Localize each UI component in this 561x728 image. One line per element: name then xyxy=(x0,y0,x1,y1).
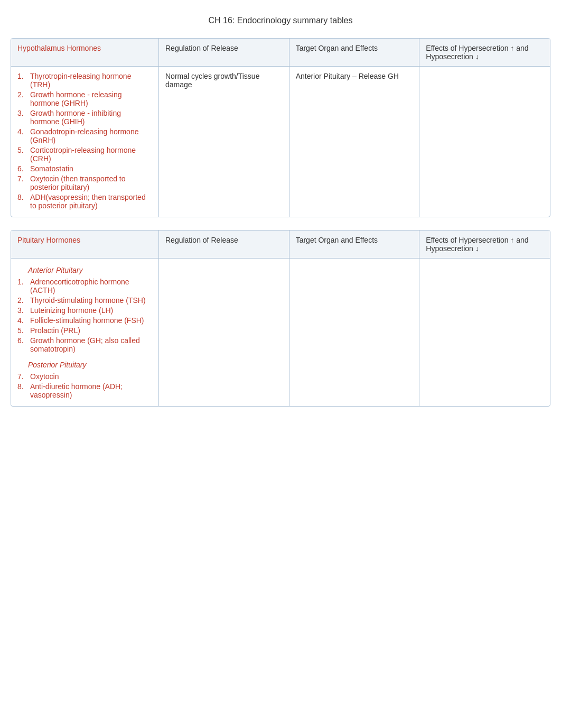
table2-body: Anterior Pituitary 1.Adrenocorticotrophi… xyxy=(11,259,550,406)
list-item-text: Prolactin (PRL) xyxy=(30,326,80,335)
table1-target-cell: Anterior Pituitary – Release GH xyxy=(289,67,420,217)
list-item: 1.Thyrotropin-releasing hormone (TRH) xyxy=(17,72,152,89)
list-item-text: Growth hormone - inhibiting hormone (GHI… xyxy=(30,109,152,126)
table2-header: Pituitary Hormones Regulation of Release… xyxy=(11,231,550,259)
table2-col3-header: Effects of Hypersecretion ↑ and Hyposecr… xyxy=(419,231,550,258)
list-item-num: 7. xyxy=(17,372,27,381)
list-item-num: 5. xyxy=(17,326,27,335)
table1-header: Hypothalamus Hormones Regulation of Rele… xyxy=(11,39,550,67)
list-item-text: ADH(vasopressin; then transported to pos… xyxy=(30,193,152,210)
list-item-text: Adrenocorticotrophic hormone (ACTH) xyxy=(30,278,152,294)
list-item-num: 2. xyxy=(17,296,27,305)
table1-regulation-text: Normal cycles growth/Tissue damage xyxy=(165,72,259,89)
list-item-num: 2. xyxy=(17,90,27,107)
list-item-num: 7. xyxy=(17,174,27,191)
list-item-num: 6. xyxy=(17,336,27,353)
list-item-text: Oxytocin (then transported to posterior … xyxy=(30,174,152,191)
table1-effects-cell xyxy=(419,67,550,217)
list-item-num: 8. xyxy=(17,193,27,210)
list-item-text: Follicle-stimulating hormone (FSH) xyxy=(30,316,144,325)
list-item: 6.Growth hormone (GH; also called somato… xyxy=(17,336,152,353)
list-item-num: 6. xyxy=(17,164,27,173)
table2-target-cell xyxy=(289,259,420,406)
anterior-pituitary-hormone-list: 1.Adrenocorticotrophic hormone (ACTH)2.T… xyxy=(17,278,152,353)
table1-section-label: Hypothalamus Hormones xyxy=(17,44,101,52)
list-item: 5.Prolactin (PRL) xyxy=(17,326,152,335)
page-title: CH 16: Endocrinology summary tables xyxy=(11,16,550,25)
list-item: 8.ADH(vasopressin; then transported to p… xyxy=(17,193,152,210)
list-item-text: Thyrotropin-releasing hormone (TRH) xyxy=(30,72,152,89)
table2-regulation-cell xyxy=(159,259,289,406)
pituitary-table: Pituitary Hormones Regulation of Release… xyxy=(11,230,550,407)
list-item-num: 1. xyxy=(17,278,27,294)
table2-col2-header: Target Organ and Effects xyxy=(289,231,420,258)
list-item-text: Thyroid-stimulating hormone (TSH) xyxy=(30,296,146,305)
list-item-num: 5. xyxy=(17,146,27,163)
list-item-text: Growth hormone (GH; also called somatotr… xyxy=(30,336,152,353)
anterior-pituitary-label: Anterior Pituitary xyxy=(17,266,152,274)
table1-body: 1.Thyrotropin-releasing hormone (TRH)2.G… xyxy=(11,67,550,217)
table1-col1-header: Regulation of Release xyxy=(159,39,289,66)
list-item: 7.Oxytocin (then transported to posterio… xyxy=(17,174,152,191)
list-item-text: Luteinizing hormone (LH) xyxy=(30,306,113,315)
list-item: 8.Anti-diuretic hormone (ADH; vasopressi… xyxy=(17,382,152,399)
list-item-text: Corticotropin-releasing hormone (CRH) xyxy=(30,146,152,163)
table2-effects-cell xyxy=(419,259,550,406)
list-item: 2.Thyroid-stimulating hormone (TSH) xyxy=(17,296,152,305)
posterior-pituitary-label: Posterior Pituitary xyxy=(17,361,152,369)
list-item: 4.Gonadotropin-releasing hormone (GnRH) xyxy=(17,127,152,144)
list-item-num: 4. xyxy=(17,127,27,144)
table1-hormones-cell: 1.Thyrotropin-releasing hormone (TRH)2.G… xyxy=(11,67,159,217)
table2-col1-header: Regulation of Release xyxy=(159,231,289,258)
table1-regulation-cell: Normal cycles growth/Tissue damage xyxy=(159,67,289,217)
list-item-num: 3. xyxy=(17,306,27,315)
hypothalamus-hormone-list: 1.Thyrotropin-releasing hormone (TRH)2.G… xyxy=(17,72,152,210)
list-item-text: Oxytocin xyxy=(30,372,59,381)
table1-target-text: Anterior Pituitary – Release GH xyxy=(296,72,399,80)
list-item: 2.Growth hormone - releasing hormone (GH… xyxy=(17,90,152,107)
table1-col0-header: Hypothalamus Hormones xyxy=(11,39,159,66)
list-item-num: 3. xyxy=(17,109,27,126)
list-item-num: 1. xyxy=(17,72,27,89)
list-item: 5.Corticotropin-releasing hormone (CRH) xyxy=(17,146,152,163)
list-item: 4.Follicle-stimulating hormone (FSH) xyxy=(17,316,152,325)
list-item: 7.Oxytocin xyxy=(17,372,152,381)
list-item-num: 8. xyxy=(17,382,27,399)
list-item: 6.Somatostatin xyxy=(17,164,152,173)
list-item-num: 4. xyxy=(17,316,27,325)
list-item-text: Gonadotropin-releasing hormone (GnRH) xyxy=(30,127,152,144)
list-item: 1.Adrenocorticotrophic hormone (ACTH) xyxy=(17,278,152,294)
posterior-pituitary-hormone-list: 7.Oxytocin8.Anti-diuretic hormone (ADH; … xyxy=(17,372,152,399)
table1-col3-header: Effects of Hypersecretion ↑ and Hyposecr… xyxy=(419,39,550,66)
list-item-text: Growth hormone - releasing hormone (GHRH… xyxy=(30,90,152,107)
table1-col2-header: Target Organ and Effects xyxy=(289,39,420,66)
table2-section-label: Pituitary Hormones xyxy=(17,236,80,244)
list-item-text: Anti-diuretic hormone (ADH; vasopressin) xyxy=(30,382,152,399)
list-item: 3.Growth hormone - inhibiting hormone (G… xyxy=(17,109,152,126)
table2-hormones-cell: Anterior Pituitary 1.Adrenocorticotrophi… xyxy=(11,259,159,406)
hypothalamus-table: Hypothalamus Hormones Regulation of Rele… xyxy=(11,38,550,217)
list-item: 3.Luteinizing hormone (LH) xyxy=(17,306,152,315)
table2-col0-header: Pituitary Hormones xyxy=(11,231,159,258)
list-item-text: Somatostatin xyxy=(30,164,73,173)
